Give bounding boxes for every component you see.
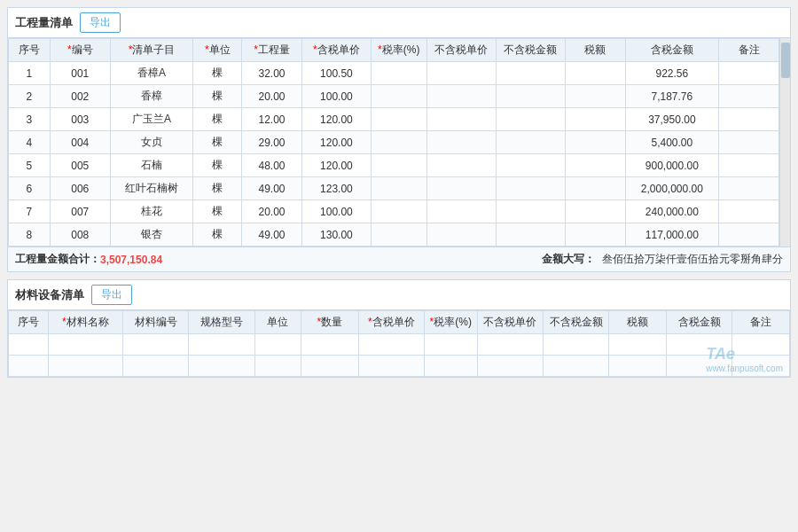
cell-notaxamt[interactable] bbox=[496, 62, 565, 85]
cell-taxunit[interactable]: 100.00 bbox=[301, 200, 371, 223]
cell-notaxunit[interactable] bbox=[426, 131, 496, 154]
cell-notaxamt[interactable] bbox=[496, 154, 565, 177]
cell-unit[interactable]: 棵 bbox=[193, 85, 242, 108]
cell-notaxamt[interactable] bbox=[496, 131, 565, 154]
cell-code[interactable]: 002 bbox=[50, 85, 110, 108]
cell-qty[interactable]: 29.00 bbox=[242, 131, 302, 154]
cell-code[interactable]: 004 bbox=[50, 131, 110, 154]
cell-taxrate[interactable] bbox=[372, 85, 427, 108]
cell-seq[interactable]: 5 bbox=[9, 154, 51, 177]
cell-taxrate[interactable] bbox=[372, 177, 427, 200]
cell-unit[interactable]: 棵 bbox=[193, 200, 242, 223]
cell-item[interactable]: 红叶石楠树 bbox=[110, 177, 193, 200]
cell-tax[interactable] bbox=[565, 223, 625, 246]
cell-tax[interactable] bbox=[565, 200, 625, 223]
cell-notaxunit[interactable] bbox=[426, 223, 496, 246]
cell-seq[interactable]: 2 bbox=[9, 85, 51, 108]
cell-taxunit[interactable]: 120.00 bbox=[301, 108, 371, 131]
cell-code[interactable]: 003 bbox=[50, 108, 110, 131]
cell-taxunit[interactable]: 130.00 bbox=[301, 223, 371, 246]
cell-notaxamt[interactable] bbox=[496, 108, 565, 131]
cell-tax[interactable] bbox=[565, 177, 625, 200]
cell-qty[interactable]: 20.00 bbox=[242, 85, 302, 108]
cell-taxrate[interactable] bbox=[372, 108, 427, 131]
cell-taxamt[interactable]: 900,000.00 bbox=[625, 154, 719, 177]
cell-notaxamt[interactable] bbox=[496, 223, 565, 246]
cell-notaxamt[interactable] bbox=[496, 200, 565, 223]
cell-notaxunit[interactable] bbox=[426, 108, 496, 131]
cell-taxamt[interactable]: 5,400.00 bbox=[625, 131, 719, 154]
cell-seq[interactable]: 6 bbox=[9, 177, 51, 200]
cell-qty[interactable]: 12.00 bbox=[242, 108, 302, 131]
cell-qty[interactable]: 49.00 bbox=[242, 177, 302, 200]
cell-remark[interactable] bbox=[719, 177, 779, 200]
cell-taxamt[interactable]: 240,000.00 bbox=[625, 200, 719, 223]
cell-seq[interactable]: 1 bbox=[9, 62, 51, 85]
cell-tax[interactable] bbox=[565, 131, 625, 154]
cell-remark[interactable] bbox=[719, 62, 779, 85]
cell-taxamt[interactable]: 7,187.76 bbox=[625, 85, 719, 108]
cell-tax[interactable] bbox=[565, 154, 625, 177]
cell-code[interactable]: 007 bbox=[50, 200, 110, 223]
cell-taxunit[interactable]: 123.00 bbox=[301, 177, 371, 200]
cell-remark[interactable] bbox=[719, 200, 779, 223]
cell-remark[interactable] bbox=[719, 223, 779, 246]
cell-taxunit[interactable]: 100.50 bbox=[301, 62, 371, 85]
cell-taxamt[interactable]: 922.56 bbox=[625, 62, 719, 85]
cell-item[interactable]: 石楠 bbox=[110, 154, 193, 177]
cell-taxrate[interactable] bbox=[372, 223, 427, 246]
cell-taxamt[interactable]: 2,000,000.00 bbox=[625, 177, 719, 200]
section1-export-button[interactable]: 导出 bbox=[80, 12, 121, 33]
cell-qty[interactable]: 20.00 bbox=[242, 200, 302, 223]
cell-unit[interactable]: 棵 bbox=[193, 131, 242, 154]
cell-seq[interactable]: 8 bbox=[9, 223, 51, 246]
cell-code[interactable]: 005 bbox=[50, 154, 110, 177]
cell-seq[interactable]: 7 bbox=[9, 200, 51, 223]
cell-item[interactable]: 香樟A bbox=[110, 62, 193, 85]
cell-taxunit[interactable]: 100.00 bbox=[301, 85, 371, 108]
cell-taxrate[interactable] bbox=[372, 200, 427, 223]
cell-item[interactable]: 女贞 bbox=[110, 131, 193, 154]
cell-qty[interactable]: 48.00 bbox=[242, 154, 302, 177]
cell-remark[interactable] bbox=[719, 108, 779, 131]
cell-taxunit[interactable]: 120.00 bbox=[301, 131, 371, 154]
cell-code[interactable]: 006 bbox=[50, 177, 110, 200]
th-taxunit: *含税单价 bbox=[301, 39, 371, 62]
cell-tax[interactable] bbox=[565, 108, 625, 131]
cell-remark[interactable] bbox=[719, 131, 779, 154]
cell-remark[interactable] bbox=[719, 85, 779, 108]
section1-scrollbar[interactable] bbox=[779, 38, 790, 246]
cell-unit[interactable]: 棵 bbox=[193, 108, 242, 131]
cell-notaxunit[interactable] bbox=[426, 85, 496, 108]
cell-unit[interactable]: 棵 bbox=[193, 62, 242, 85]
cell-unit[interactable]: 棵 bbox=[193, 177, 242, 200]
cell-notaxunit[interactable] bbox=[426, 200, 496, 223]
cell-taxrate[interactable] bbox=[372, 62, 427, 85]
cell-taxamt[interactable]: 37,950.00 bbox=[625, 108, 719, 131]
cell-taxrate[interactable] bbox=[372, 131, 427, 154]
cell-item[interactable]: 桂花 bbox=[110, 200, 193, 223]
cell-unit[interactable]: 棵 bbox=[193, 154, 242, 177]
cell-remark[interactable] bbox=[719, 154, 779, 177]
cell-seq[interactable]: 4 bbox=[9, 131, 51, 154]
cell-notaxunit[interactable] bbox=[426, 62, 496, 85]
cell-taxamt[interactable]: 117,000.00 bbox=[625, 223, 719, 246]
cell-notaxamt[interactable] bbox=[496, 85, 565, 108]
cell-taxrate[interactable] bbox=[372, 154, 427, 177]
cell-seq[interactable]: 3 bbox=[9, 108, 51, 131]
cell-tax[interactable] bbox=[565, 62, 625, 85]
cell-item[interactable]: 广玉兰A bbox=[110, 108, 193, 131]
cell-qty[interactable]: 32.00 bbox=[242, 62, 302, 85]
cell-notaxunit[interactable] bbox=[426, 154, 496, 177]
cell-qty[interactable]: 49.00 bbox=[242, 223, 302, 246]
cell-tax[interactable] bbox=[565, 85, 625, 108]
cell-notaxunit[interactable] bbox=[426, 177, 496, 200]
cell-notaxamt[interactable] bbox=[496, 177, 565, 200]
cell-code[interactable]: 001 bbox=[50, 62, 110, 85]
cell-code[interactable]: 008 bbox=[50, 223, 110, 246]
cell-item[interactable]: 银杏 bbox=[110, 223, 193, 246]
section2-export-button[interactable]: 导出 bbox=[91, 285, 132, 305]
cell-item[interactable]: 香樟 bbox=[110, 85, 193, 108]
cell-taxunit[interactable]: 120.00 bbox=[301, 154, 371, 177]
cell-unit[interactable]: 棵 bbox=[193, 223, 242, 246]
